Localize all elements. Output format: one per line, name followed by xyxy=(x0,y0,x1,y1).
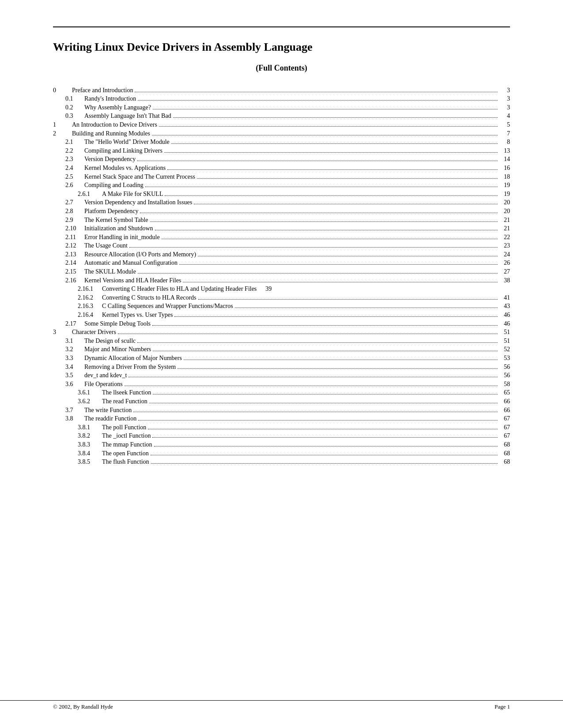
toc-container: 0Preface and Introduction30.1Randy's Int… xyxy=(53,86,510,466)
toc-entry: 2.3Version Dependency14 xyxy=(53,155,510,164)
toc-entry: 2.15The SKULL Module27 xyxy=(53,267,510,276)
entry-dots xyxy=(118,329,498,334)
entry-title: Major and Minor Numbers xyxy=(84,346,151,353)
entry-num: 0.1 xyxy=(65,95,82,102)
toc-entry: 2.1The "Hello World" Driver Module8 xyxy=(53,138,510,146)
toc-entry: 3Character Drivers51 xyxy=(53,328,510,337)
entry-page: 66 xyxy=(499,398,510,405)
entry-dots xyxy=(173,113,498,118)
entry-dots xyxy=(138,95,498,101)
entry-title: Building and Running Modules xyxy=(72,130,150,137)
entry-num: 2.15 xyxy=(65,268,82,275)
entry-title: Compiling and Linking Drivers xyxy=(84,147,162,154)
toc-entry: 2.7Version Dependency and Installation I… xyxy=(53,199,510,207)
entry-dots xyxy=(137,156,498,161)
entry-num: 2.16 xyxy=(65,277,82,284)
entry-page: 67 xyxy=(499,432,510,439)
entry-dots xyxy=(183,277,498,282)
entry-page: 46 xyxy=(499,320,510,327)
toc-entry: 2.16.4Kernel Types vs. User Types46 xyxy=(53,311,510,319)
entry-page: 27 xyxy=(499,268,510,275)
entry-dots xyxy=(128,372,498,377)
entry-page: 14 xyxy=(499,156,510,163)
entry-num: 2.8 xyxy=(65,208,82,215)
entry-title: The poll Function xyxy=(102,424,146,431)
entry-page: 53 xyxy=(499,355,510,362)
toc-entry: 0.2Why Assembly Language?3 xyxy=(53,103,510,112)
entry-page: 66 xyxy=(499,407,510,414)
entry-title: Platform Dependency xyxy=(84,208,138,215)
entry-page: 41 xyxy=(499,294,510,301)
entry-dots xyxy=(152,432,498,438)
toc-entry: 2.11Error Handling in init_module22 xyxy=(53,233,510,242)
entry-title: Compiling and Loading xyxy=(84,182,144,189)
entry-page: 3 xyxy=(499,87,510,94)
toc-entry: 3.8.3The mmap Function68 xyxy=(53,440,510,449)
entry-title: The mmap Function xyxy=(102,441,152,448)
entry-dots xyxy=(138,415,498,420)
entry-dots xyxy=(162,234,498,239)
entry-title: Initialization and Shutdown xyxy=(84,225,153,232)
entry-num: 3 xyxy=(53,329,70,336)
entry-num: 3.8 xyxy=(65,415,82,422)
entry-page: 3 xyxy=(499,95,510,102)
toc-entry: 3.8The readdir Function67 xyxy=(53,414,510,423)
entry-num: 2.10 xyxy=(65,225,82,232)
entry-dots xyxy=(125,381,498,386)
toc-entry: 2.2Compiling and Linking Drivers13 xyxy=(53,146,510,155)
entry-num: 3.8.1 xyxy=(78,424,100,431)
entry-num: 0.2 xyxy=(65,104,82,111)
entry-title: Randy's Introduction xyxy=(84,95,136,102)
entry-num: 0.3 xyxy=(65,113,82,120)
entry-num: 3.8.5 xyxy=(78,458,100,465)
entry-num: 3.6.2 xyxy=(78,398,100,405)
entry-dots xyxy=(152,130,498,135)
entry-num: 2.1 xyxy=(65,139,82,146)
entry-dots xyxy=(154,441,498,447)
entry-num: 2.7 xyxy=(65,199,82,206)
entry-title: C Calling Sequences and Wrapper Function… xyxy=(102,303,233,310)
top-rule xyxy=(53,26,510,27)
entry-page: 7 xyxy=(499,130,510,137)
entry-page: 68 xyxy=(499,450,510,457)
entry-num: 2.4 xyxy=(65,165,82,172)
entry-page: 21 xyxy=(499,225,510,232)
entry-dots xyxy=(129,242,498,248)
entry-num: 3.1 xyxy=(65,338,82,345)
entry-title: The read Function xyxy=(102,398,147,405)
toc-entry: 2.13Resource Allocation (I/O Ports and M… xyxy=(53,250,510,259)
entry-dots xyxy=(145,182,498,187)
entry-dots xyxy=(167,165,498,170)
entry-title: Kernel Types vs. User Types xyxy=(102,311,173,319)
entry-dots xyxy=(152,320,498,326)
entry-page: 18 xyxy=(499,173,510,180)
toc-entry: 2.17Some Simple Debug Tools46 xyxy=(53,319,510,328)
toc-entry: 0.1Randy's Introduction3 xyxy=(53,94,510,103)
entry-num: 3.6 xyxy=(65,381,82,388)
entry-title: Kernel Modules vs. Applications xyxy=(84,165,166,172)
toc-entry: 2.16.3C Calling Sequences and Wrapper Fu… xyxy=(53,302,510,311)
entry-num: 2.9 xyxy=(65,217,82,224)
entry-title: Assembly Language Isn't That Bad xyxy=(84,113,171,120)
main-title: Writing Linux Device Drivers in Assembly… xyxy=(53,40,510,55)
entry-dots xyxy=(148,424,498,429)
entry-title: Converting C Structs to HLA Records xyxy=(102,294,196,301)
entry-page: 67 xyxy=(499,424,510,431)
entry-dots xyxy=(159,121,498,127)
entry-dots xyxy=(135,87,498,92)
entry-page: 38 xyxy=(499,277,510,284)
entry-page: 26 xyxy=(499,259,510,266)
entry-page: 8 xyxy=(499,139,510,146)
entry-page: 56 xyxy=(499,372,510,379)
entry-dots xyxy=(150,217,498,222)
entry-num: 2.6.1 xyxy=(78,191,100,198)
entry-page: 21 xyxy=(499,217,510,224)
footer-page: Page 1 xyxy=(495,703,510,710)
subtitle: (Full Contents) xyxy=(53,64,510,73)
toc-entry: 3.6.1The llseek Function65 xyxy=(53,389,510,398)
entry-num: 0 xyxy=(53,87,70,94)
entry-num: 2.11 xyxy=(65,234,82,241)
entry-title: The llseek Function xyxy=(102,389,151,396)
entry-page: 19 xyxy=(499,182,510,189)
entry-num: 3.6.1 xyxy=(78,389,100,396)
